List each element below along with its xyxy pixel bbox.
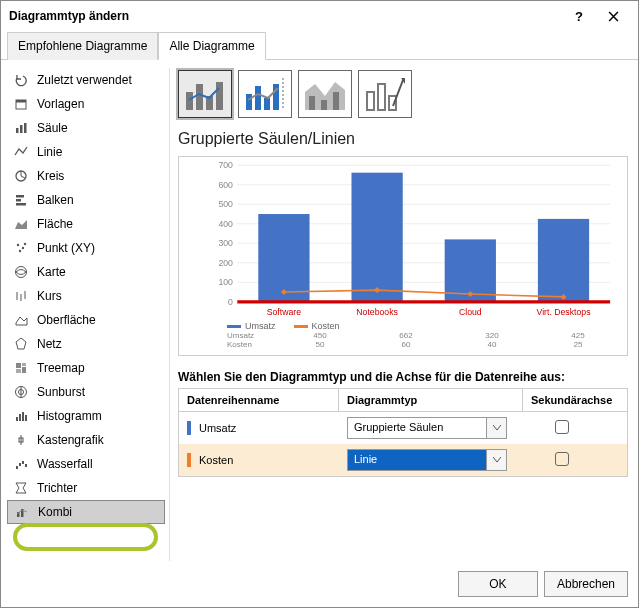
svg-rect-22	[22, 367, 26, 373]
chart-type-icon	[13, 456, 29, 472]
series-name: Kosten	[199, 454, 233, 466]
svg-rect-50	[309, 96, 315, 110]
titlebar: Diagrammtyp ändern ?	[1, 1, 638, 31]
svg-point-10	[17, 244, 19, 246]
sidebar-item-vorlagen[interactable]: Vorlagen	[7, 92, 165, 116]
help-button[interactable]: ?	[562, 2, 596, 30]
svg-rect-46	[264, 98, 270, 110]
sidebar-item-balken[interactable]: Balken	[7, 188, 165, 212]
sidebar-item-label: Wasserfall	[37, 457, 93, 471]
sidebar-item-oberfl-che[interactable]: Oberfläche	[7, 308, 165, 332]
sidebar-item-s-ule[interactable]: Säule	[7, 116, 165, 140]
ok-button[interactable]: OK	[458, 571, 538, 597]
svg-rect-35	[22, 461, 24, 464]
chart-type-dropdown[interactable]: Linie	[347, 449, 507, 471]
chart-type-dropdown[interactable]: Gruppierte Säulen	[347, 417, 507, 439]
tab-alle[interactable]: Alle Diagramme	[158, 32, 265, 60]
svg-rect-75	[538, 219, 589, 302]
chart-type-icon	[13, 192, 29, 208]
sidebar-item-kurs[interactable]: Kurs	[7, 284, 165, 308]
svg-rect-52	[333, 92, 339, 110]
chart-type-list: Zuletzt verwendetVorlagenSäuleLinieKreis…	[7, 68, 165, 561]
chart-type-icon	[13, 360, 29, 376]
svg-text:300: 300	[218, 239, 233, 249]
sidebar-item-zuletzt-verwendet[interactable]: Zuletzt verwendet	[7, 68, 165, 92]
sidebar-item-histogramm[interactable]: Histogramm	[7, 404, 165, 428]
sidebar-item-label: Linie	[37, 145, 62, 159]
svg-point-14	[16, 267, 27, 278]
subtype-stacked-area-column[interactable]	[298, 70, 352, 118]
sidebar-item-linie[interactable]: Linie	[7, 140, 165, 164]
sidebar-item-label: Balken	[37, 193, 74, 207]
sidebar-item-karte[interactable]: Karte	[7, 260, 165, 284]
svg-rect-6	[16, 195, 24, 198]
svg-rect-21	[22, 363, 26, 366]
svg-marker-37	[16, 483, 26, 493]
sidebar-item-label: Histogramm	[37, 409, 102, 423]
sidebar-item-label: Treemap	[37, 361, 85, 375]
svg-text:Virt. Desktops: Virt. Desktops	[536, 307, 590, 317]
sidebar-item-kreis[interactable]: Kreis	[7, 164, 165, 188]
col-chart-type: Diagrammtyp	[339, 389, 523, 411]
chart-type-icon	[13, 384, 29, 400]
svg-rect-51	[321, 100, 327, 110]
sidebar-item-sunburst[interactable]: Sunburst	[7, 380, 165, 404]
subtype-custom-combo[interactable]	[358, 70, 412, 118]
main-panel: Gruppierte Säulen/Linien 010020030040050…	[169, 68, 628, 561]
series-row-umsatz: UmsatzGruppierte Säulen	[179, 412, 627, 444]
tab-strip: Empfohlene Diagramme Alle Diagramme	[1, 31, 638, 60]
sidebar-item-label: Kurs	[37, 289, 62, 303]
svg-point-11	[22, 247, 24, 249]
svg-rect-23	[16, 369, 21, 373]
chart-type-icon	[13, 480, 29, 496]
secondary-axis-checkbox[interactable]	[555, 420, 569, 434]
close-button[interactable]	[596, 2, 630, 30]
svg-rect-34	[19, 463, 21, 466]
cancel-button[interactable]: Abbrechen	[544, 571, 628, 597]
sidebar-item-punkt-xy-[interactable]: Punkt (XY)	[7, 236, 165, 260]
chart-type-icon	[13, 312, 29, 328]
svg-text:700: 700	[218, 161, 233, 170]
svg-marker-18	[16, 317, 27, 325]
chart-type-icon	[13, 216, 29, 232]
svg-rect-1	[16, 100, 26, 103]
config-prompt: Wählen Sie den Diagrammtyp und die Achse…	[178, 370, 628, 384]
svg-text:Notebooks: Notebooks	[356, 307, 398, 317]
dialog-change-chart-type: Diagrammtyp ändern ? Empfohlene Diagramm…	[0, 0, 639, 608]
svg-rect-73	[351, 173, 402, 302]
sidebar-item-label: Karte	[37, 265, 66, 279]
chart-type-icon	[13, 336, 29, 352]
secondary-axis-checkbox[interactable]	[555, 452, 569, 466]
subtype-clustered-column-line[interactable]	[178, 70, 232, 118]
col-series-name: Datenreihenname	[179, 389, 339, 411]
svg-rect-40	[186, 92, 193, 110]
chart-type-icon	[13, 96, 29, 112]
chart-type-icon	[13, 264, 29, 280]
chart-type-icon	[13, 288, 29, 304]
svg-rect-36	[25, 464, 27, 467]
chart-preview: 0100200300400500600700SoftwareNotebooksC…	[178, 156, 628, 356]
sidebar-item-wasserfall[interactable]: Wasserfall	[7, 452, 165, 476]
tab-empfohlene[interactable]: Empfohlene Diagramme	[7, 32, 158, 60]
series-swatch	[187, 453, 191, 467]
chart-type-icon	[13, 168, 29, 184]
col-secondary-axis: Sekundärachse	[523, 389, 601, 411]
svg-rect-27	[16, 417, 18, 421]
svg-text:Software: Software	[267, 307, 302, 317]
sidebar-item-label: Kombi	[38, 505, 72, 519]
dialog-title: Diagrammtyp ändern	[9, 9, 129, 23]
sidebar-item-label: Trichter	[37, 481, 77, 495]
svg-rect-53	[367, 92, 374, 110]
sidebar-item-trichter[interactable]: Trichter	[7, 476, 165, 500]
sidebar-item-label: Zuletzt verwendet	[37, 73, 132, 87]
sidebar-item-kastengrafik[interactable]: Kastengrafik	[7, 428, 165, 452]
subtype-clustered-column-line-secondary[interactable]	[238, 70, 292, 118]
sidebar-item-label: Oberfläche	[37, 313, 96, 327]
svg-rect-45	[255, 86, 261, 110]
chart-type-icon	[14, 504, 30, 520]
sidebar-item-kombi[interactable]: Kombi	[7, 500, 165, 524]
svg-rect-3	[20, 125, 23, 133]
sidebar-item-netz[interactable]: Netz	[7, 332, 165, 356]
sidebar-item-fl-che[interactable]: Fläche	[7, 212, 165, 236]
sidebar-item-treemap[interactable]: Treemap	[7, 356, 165, 380]
